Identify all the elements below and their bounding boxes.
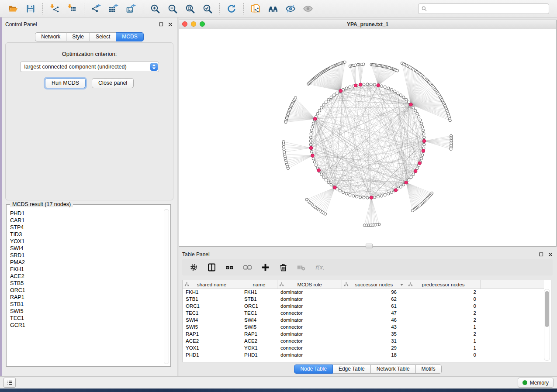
close-panel-icon[interactable]	[167, 21, 173, 28]
mcds-result-item[interactable]: PMA2	[10, 259, 163, 266]
network-node[interactable]	[405, 98, 408, 101]
tab-style[interactable]: Style	[66, 32, 90, 41]
close-panel-icon[interactable]	[547, 251, 554, 258]
network-node[interactable]	[421, 126, 424, 128]
network-hub-node[interactable]	[405, 181, 408, 184]
table-settings-icon[interactable]	[188, 262, 199, 272]
network-node[interactable]	[310, 133, 312, 135]
horizontal-splitter-handle[interactable]	[366, 244, 373, 248]
network-node[interactable]	[387, 193, 390, 195]
minimize-window-icon[interactable]	[191, 21, 196, 27]
network-hub-node[interactable]	[339, 89, 343, 93]
network-node[interactable]	[416, 112, 419, 115]
network-hub-node[interactable]	[394, 189, 398, 192]
network-leaf-node[interactable]	[282, 141, 285, 143]
network-node[interactable]	[311, 126, 314, 128]
network-node[interactable]	[402, 183, 405, 186]
network-node[interactable]	[310, 150, 313, 153]
network-node[interactable]	[418, 116, 420, 118]
mcds-result-list[interactable]: PHD1CAR1STP4TID3YOX1SWI4SRD1PMA2FKH1ACE2…	[7, 207, 163, 364]
network-node[interactable]	[402, 96, 405, 99]
network-node[interactable]	[330, 96, 332, 99]
network-leaf-node[interactable]	[450, 148, 452, 150]
mcds-result-item[interactable]: STB1	[10, 301, 163, 308]
network-node[interactable]	[316, 112, 319, 115]
close-window-icon[interactable]	[182, 21, 187, 27]
show-columns-icon[interactable]	[206, 262, 217, 272]
network-node[interactable]	[394, 90, 396, 93]
network-node[interactable]	[315, 164, 317, 166]
network-node[interactable]	[399, 94, 402, 96]
mcds-result-item[interactable]: ACE2	[10, 273, 163, 280]
network-node[interactable]	[309, 143, 312, 146]
network-leaf-node[interactable]	[354, 64, 356, 66]
network-leaf-node[interactable]	[362, 63, 365, 65]
network-hub-node[interactable]	[317, 168, 321, 172]
select-all-rows-icon[interactable]	[224, 262, 235, 272]
network-node[interactable]	[384, 194, 386, 196]
table-row[interactable]: PHD1PHD1dominator180	[183, 351, 544, 358]
network-node[interactable]	[345, 87, 348, 89]
network-leaf-node[interactable]	[363, 224, 366, 227]
table-row[interactable]: SWI5SWI5connector431	[183, 323, 544, 330]
network-node[interactable]	[366, 83, 369, 86]
network-leaf-node[interactable]	[411, 209, 414, 212]
network-node[interactable]	[377, 196, 379, 198]
close-panel-button[interactable]: Close panel	[92, 78, 134, 88]
mcds-result-item[interactable]: SRD1	[10, 252, 163, 259]
network-node[interactable]	[313, 161, 316, 163]
network-node[interactable]	[318, 109, 321, 112]
network-node[interactable]	[320, 173, 323, 175]
network-node[interactable]	[309, 140, 312, 142]
network-node[interactable]	[312, 157, 315, 160]
table-scrollbar[interactable]	[544, 289, 550, 361]
network-node[interactable]	[416, 167, 419, 170]
export-image-icon[interactable]	[124, 2, 138, 15]
column-header-name[interactable]: name	[241, 280, 277, 289]
network-node[interactable]	[384, 86, 386, 88]
mcds-result-item[interactable]: SWI4	[10, 245, 163, 252]
mcds-result-item[interactable]: STP4	[10, 224, 163, 231]
network-node[interactable]	[312, 122, 315, 125]
maximize-window-icon[interactable]	[200, 21, 205, 27]
network-node[interactable]	[363, 83, 365, 86]
table-scrollbar-thumb[interactable]	[545, 291, 549, 327]
network-hub-node[interactable]	[311, 154, 315, 158]
network-hub-node[interactable]	[370, 196, 373, 199]
run-mcds-button[interactable]: Run MCDS	[45, 78, 86, 88]
mcds-result-item[interactable]: STB5	[10, 280, 163, 287]
network-leaf-node[interactable]	[283, 151, 286, 153]
mcds-result-item[interactable]: CAR1	[10, 217, 163, 224]
network-node[interactable]	[349, 86, 351, 88]
zoom-out-icon[interactable]	[165, 2, 180, 15]
network-node[interactable]	[370, 83, 372, 86]
open-session-icon[interactable]	[6, 2, 21, 15]
network-node[interactable]	[330, 183, 332, 186]
first-neighbors-icon[interactable]	[266, 2, 280, 15]
network-node[interactable]	[327, 181, 330, 184]
network-leaf-node[interactable]	[282, 145, 285, 148]
tab-node-table[interactable]: Node Table	[294, 364, 333, 374]
clone-network-icon[interactable]	[248, 2, 263, 15]
column-header-shared-name[interactable]: shared name	[183, 280, 241, 289]
save-session-icon[interactable]	[23, 2, 38, 15]
network-hub-node[interactable]	[422, 139, 426, 143]
mcds-result-item[interactable]: FKH1	[10, 266, 163, 273]
network-hub-node[interactable]	[314, 117, 317, 120]
mcds-result-item[interactable]: RAP1	[10, 294, 163, 301]
tab-mcds[interactable]: MCDS	[116, 32, 143, 41]
criterion-dropdown[interactable]: largest connected component (undirected)	[20, 62, 159, 72]
deselect-all-rows-icon[interactable]	[242, 262, 253, 272]
network-hub-node[interactable]	[418, 162, 422, 165]
network-node[interactable]	[420, 122, 423, 125]
table-row[interactable]: ACE2ACE2connector311	[183, 337, 544, 344]
create-column-icon[interactable]	[260, 262, 270, 272]
mcds-result-item[interactable]: ORC1	[10, 287, 163, 294]
search-input[interactable]	[427, 4, 546, 13]
network-node[interactable]	[325, 179, 327, 181]
network-node[interactable]	[414, 109, 417, 112]
mcds-result-item[interactable]: PHD1	[10, 210, 163, 217]
network-node[interactable]	[412, 173, 415, 175]
network-leaf-node[interactable]	[396, 69, 398, 72]
network-window-titlebar[interactable]: YPA_prune.txt_1	[179, 20, 556, 29]
